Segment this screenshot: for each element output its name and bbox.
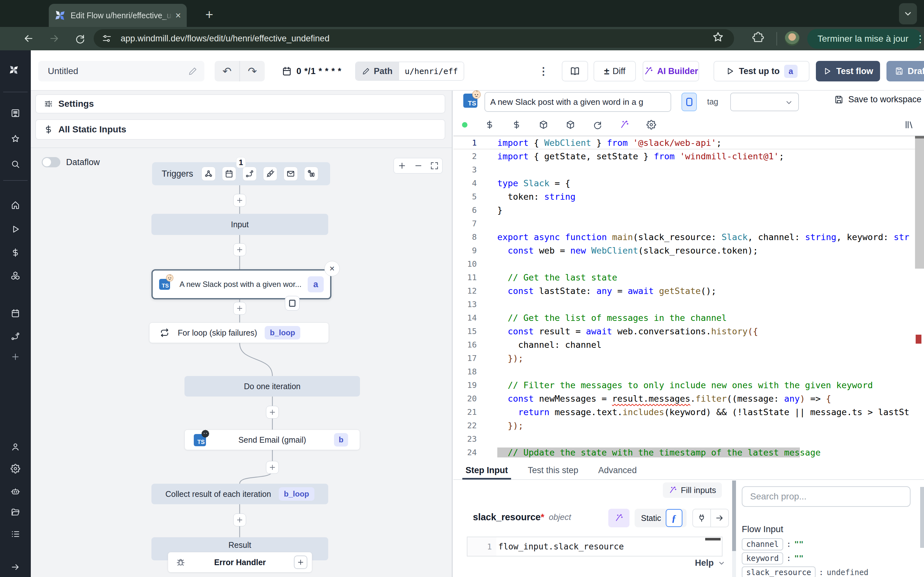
back-button[interactable]	[20, 30, 37, 47]
module-square-button[interactable]	[285, 296, 300, 311]
add-step-button[interactable]	[233, 514, 246, 526]
flow-node-input[interactable]: Input	[152, 214, 328, 235]
save-to-workspace-button[interactable]: Save to workspace	[834, 95, 921, 105]
url-address-bar[interactable]: app.windmill.dev/flows/edit/u/henri/effe…	[94, 29, 734, 48]
reload-button[interactable]	[71, 30, 89, 47]
code-line[interactable]: 3	[453, 163, 924, 176]
add-step-button[interactable]	[233, 243, 246, 256]
code-line[interactable]: 11 // Get the last state	[453, 271, 924, 284]
code-line[interactable]: 24 // Update the state with the timestam…	[453, 446, 924, 459]
fill-inputs-button[interactable]: Fill inputs	[663, 482, 722, 498]
code-line[interactable]: 20 const newMessages = result.messages.f…	[453, 392, 924, 405]
static-option[interactable]: Static	[641, 514, 661, 523]
props-scrollbar[interactable]	[920, 487, 924, 577]
test-flow-button[interactable]: Test flow	[816, 61, 880, 81]
flow-node-for-loop[interactable]: For loop (skip failures) b_loop	[149, 322, 329, 343]
scrollbar-thumb[interactable]	[915, 139, 924, 269]
flow-node-collect-result[interactable]: Collect result of each iteration b_loop	[152, 484, 328, 504]
code-line[interactable]: 2import { getState, setState } from 'win…	[453, 149, 924, 163]
add-icon[interactable]	[11, 352, 20, 362]
path-toggle[interactable]: Path u/henri/eff	[355, 61, 464, 81]
tab-search-button[interactable]	[899, 3, 917, 24]
javascript-option[interactable]: ƒ	[666, 509, 682, 527]
code-line[interactable]: 8export async function main(slack_resour…	[453, 230, 924, 243]
editor-scrollbar[interactable]	[915, 136, 924, 461]
redo-button[interactable]: ↷	[240, 61, 265, 81]
package-icon[interactable]	[539, 120, 548, 129]
arrow-right-button[interactable]	[711, 509, 728, 527]
tab-test-this-step[interactable]: Test this step	[528, 461, 578, 480]
code-line[interactable]: 15 const result = await web.conversation…	[453, 324, 924, 338]
add-step-button[interactable]	[233, 302, 246, 315]
editor-toggle-button[interactable]	[682, 93, 697, 111]
variables-icon[interactable]	[11, 248, 20, 258]
add-step-button[interactable]	[266, 406, 279, 419]
flow-name-input[interactable]: Untitled	[38, 61, 204, 81]
code-line[interactable]: 16 channel: channel	[453, 338, 924, 351]
browser-tab[interactable]: Edit Flow u/henri/effective_un ×	[49, 4, 187, 27]
apps-icon[interactable]	[11, 108, 20, 118]
prop-row-keyword[interactable]: keyword:""	[742, 552, 804, 564]
code-line[interactable]: 7	[453, 217, 924, 230]
folders-icon[interactable]	[11, 508, 20, 517]
test-up-to-button[interactable]: Test up to a	[714, 61, 809, 81]
ai-wand-icon[interactable]	[620, 120, 629, 129]
add-step-button[interactable]	[266, 461, 279, 474]
code-line[interactable]: 22 });	[453, 419, 924, 432]
path-value[interactable]: u/henri/eff	[399, 62, 464, 80]
code-line[interactable]: 17 });	[453, 351, 924, 365]
panel-scrollbar[interactable]	[732, 480, 736, 577]
code-line[interactable]: 4type Slack = {	[453, 176, 924, 190]
code-line[interactable]: 10	[453, 257, 924, 271]
code-line[interactable]: 21 return message.text.includes(keyword)…	[453, 405, 924, 419]
prop-key[interactable]: channel	[742, 538, 783, 550]
favorites-star-icon[interactable]	[11, 134, 20, 143]
variable2-icon[interactable]	[512, 120, 521, 129]
tag-select[interactable]	[730, 93, 799, 111]
expression-editor[interactable]: 1 flow_input.slack_resource	[467, 537, 722, 556]
settings-gear-icon[interactable]	[11, 464, 20, 474]
flow-node-send-email[interactable]: TS Send Email (gmail) b	[184, 430, 360, 450]
search-icon[interactable]	[11, 159, 20, 169]
forward-button[interactable]	[45, 30, 63, 47]
plug-button[interactable]	[693, 509, 710, 527]
extensions-icon[interactable]	[752, 31, 764, 44]
package2-icon[interactable]	[565, 120, 575, 129]
ai-builder-button[interactable]: AI Builder	[643, 61, 699, 81]
cron-schedule[interactable]: 0 */1 * * * *	[282, 61, 342, 81]
variable-icon[interactable]	[485, 120, 494, 129]
add-error-handler-button[interactable]	[294, 556, 307, 569]
code-line[interactable]: 1import { WebClient } from '@slack/web-a…	[453, 136, 924, 149]
code-line[interactable]: 9 const web = new WebClient(slack_resour…	[453, 243, 924, 257]
avatar[interactable]	[785, 31, 800, 46]
code-line[interactable]: 12 const lastState: any = await getState…	[453, 284, 924, 298]
ai-fill-button[interactable]	[608, 509, 630, 527]
code-line[interactable]: 13	[453, 298, 924, 311]
code-line[interactable]: 14 // Get the list of messages in the ch…	[453, 311, 924, 324]
code-line[interactable]: 6}	[453, 203, 924, 217]
diff-button[interactable]: ± Diff	[594, 61, 636, 81]
home-icon[interactable]	[11, 200, 20, 210]
delete-node-button[interactable]: ×	[325, 261, 340, 276]
prop-key[interactable]: keyword	[742, 552, 783, 564]
reload-icon[interactable]	[593, 120, 602, 129]
flow-node-slack-step[interactable]: TS A new Slack post with a given wor... …	[152, 269, 331, 300]
bookmark-star-icon[interactable]	[712, 31, 724, 44]
code-line[interactable]: 23	[453, 432, 924, 446]
code-line[interactable]: 18	[453, 365, 924, 378]
input-mode-toggle[interactable]: Static ƒ	[635, 509, 687, 527]
new-tab-button[interactable]: +	[205, 7, 213, 23]
path-label[interactable]: Path	[356, 62, 399, 80]
error-handler-node[interactable]: Error Handler	[168, 552, 312, 572]
code-line[interactable]: 19 // Filter the messages to only includ…	[453, 378, 924, 392]
flows-icon[interactable]	[11, 332, 20, 341]
tab-close-icon[interactable]: ×	[175, 10, 181, 21]
flow-node-do-one-iteration[interactable]: Do one iteration	[184, 376, 360, 396]
logs-list-icon[interactable]	[11, 529, 20, 539]
resources-icon[interactable]	[11, 271, 20, 280]
prop-key[interactable]: slack_resource	[742, 566, 816, 577]
tab-advanced[interactable]: Advanced	[598, 461, 637, 480]
browser-menu-icon[interactable]: ⋮	[915, 33, 922, 45]
user-icon[interactable]	[11, 442, 20, 452]
step-summary-input[interactable]: A new Slack post with a given word in a …	[485, 92, 671, 112]
